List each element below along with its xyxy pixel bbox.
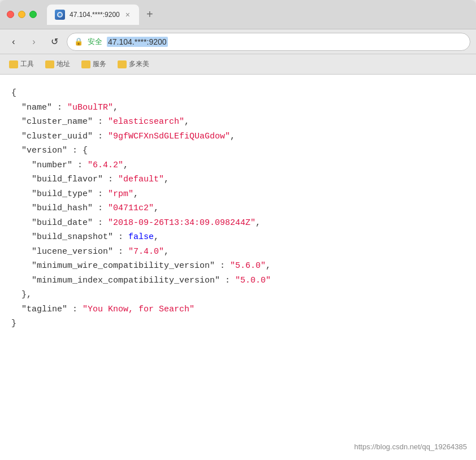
back-button[interactable]: ‹	[6, 34, 21, 50]
val-build-hash: "04711c2"	[108, 203, 154, 213]
val-number: "6.4.2"	[88, 160, 123, 170]
close-button[interactable]	[7, 11, 14, 18]
key-number: "number"	[32, 160, 72, 170]
key-lucene-version: "lucene_version"	[32, 247, 113, 257]
nav-bar: ‹ › ↺ 🔒 安全 47.104.****:9200	[0, 29, 476, 54]
bookmark-item-3[interactable]: 服务	[77, 58, 111, 71]
maximize-button[interactable]	[29, 11, 37, 18]
tab-bar: 47.104.****:9200 × +	[47, 5, 469, 25]
bookmarks-bar: 工具 地址 服务 多来美	[0, 54, 476, 75]
tab-favicon	[55, 10, 65, 20]
key-build-snapshot: "build_snapshot"	[32, 232, 113, 242]
bookmark-item-4[interactable]: 多来美	[113, 58, 154, 71]
bookmark-label-1: 工具	[20, 59, 34, 69]
new-tab-button[interactable]: +	[141, 6, 158, 23]
active-tab[interactable]: 47.104.****:9200 ×	[47, 5, 139, 25]
val-name: "uBoulTR"	[67, 103, 113, 112]
val-min-index: "5.0.0"	[235, 276, 271, 285]
bookmark-label-3: 服务	[93, 59, 106, 69]
json-content: { "name" : "uBoulTR", "cluster_name" : "…	[11, 86, 465, 331]
bookmark-folder-icon-3	[81, 60, 90, 68]
bookmark-item-1[interactable]: 工具	[5, 58, 38, 71]
minimize-button[interactable]	[18, 11, 25, 18]
key-cluster-uuid: "cluster_uuid"	[21, 132, 93, 141]
val-min-wire: "5.6.0"	[230, 261, 266, 271]
bookmark-label-4: 多来美	[129, 59, 149, 69]
bookmark-item-2[interactable]: 地址	[41, 58, 75, 71]
address-bar[interactable]: 🔒 安全 47.104.****:9200	[67, 33, 470, 51]
key-build-hash: "build_hash"	[32, 203, 93, 213]
content-area: { "name" : "uBoulTR", "cluster_name" : "…	[0, 75, 476, 460]
tab-title: 47.104.****:9200	[70, 11, 120, 19]
bookmark-folder-icon-2	[45, 60, 54, 68]
watermark: https://blog.csdn.net/qq_19264385	[354, 442, 468, 451]
reload-button[interactable]: ↺	[46, 34, 62, 50]
address-text: 47.104.****:9200	[107, 37, 463, 46]
key-build-flavor: "build_flavor"	[32, 175, 103, 184]
val-lucene-version: "7.4.0"	[128, 247, 164, 257]
key-min-index: "minimum_index_compatibility_version"	[32, 276, 220, 285]
bookmark-folder-icon	[9, 60, 18, 68]
val-tagline: "You Know, for Search"	[83, 305, 194, 314]
key-build-date: "build_date"	[32, 218, 93, 228]
key-min-wire: "minimum_wire_compatibility_version"	[32, 261, 215, 271]
bookmark-folder-icon-4	[118, 60, 127, 68]
key-name: "name"	[21, 103, 52, 112]
title-bar: 47.104.****:9200 × +	[0, 0, 476, 29]
val-build-flavor: "default"	[118, 175, 164, 184]
val-cluster-uuid: "9gfWCFXnSdGLEfiQUaGdow"	[108, 132, 230, 141]
svg-point-1	[58, 13, 62, 16]
security-text: 安全	[88, 37, 102, 47]
bookmark-label-2: 地址	[57, 59, 70, 69]
traffic-lights	[7, 11, 37, 18]
forward-button[interactable]: ›	[26, 34, 42, 50]
tab-close-button[interactable]: ×	[124, 9, 131, 20]
address-highlight: 47.104.****:9200	[107, 37, 168, 47]
key-build-type: "build_type"	[32, 189, 93, 199]
key-cluster-name: "cluster_name"	[21, 117, 93, 127]
key-tagline: "tagline"	[21, 305, 67, 314]
val-build-snapshot: false	[128, 232, 154, 242]
val-cluster-name: "elasticsearch"	[108, 117, 184, 127]
val-build-date: "2018-09-26T13:34:09.098244Z"	[108, 218, 256, 228]
key-version: "version"	[21, 146, 67, 155]
lock-icon: 🔒	[74, 37, 83, 46]
browser-window: 47.104.****:9200 × + ‹ › ↺ 🔒 安全 47.104.*…	[0, 0, 476, 460]
val-build-type: "rpm"	[108, 189, 133, 199]
